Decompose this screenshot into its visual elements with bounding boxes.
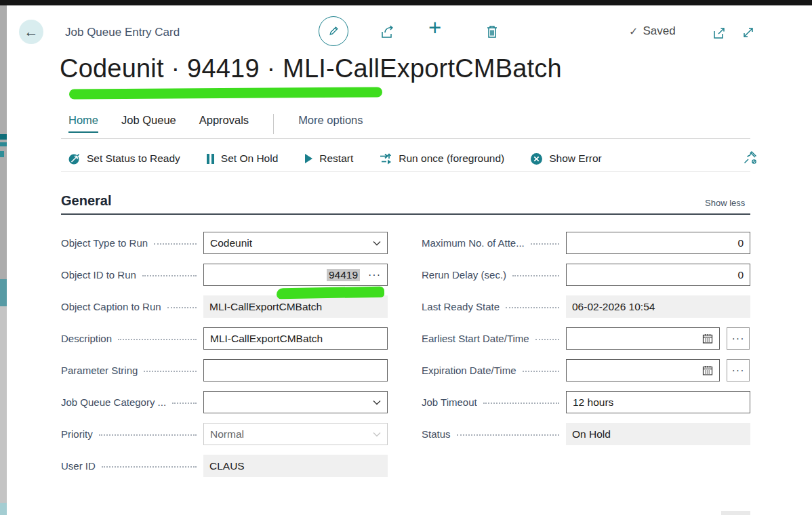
open-in-new-window-button[interactable]	[710, 24, 728, 42]
readonly-value: On Hold	[572, 428, 611, 440]
expand-button[interactable]	[739, 23, 758, 42]
field-label: Priority	[61, 428, 93, 440]
user-id-value: CLAUS	[203, 455, 388, 477]
object-type-select[interactable]: Codeunit	[203, 232, 388, 254]
field-object-type-to-run: Object Type to Run Codeunit	[61, 232, 388, 254]
share-button[interactable]	[378, 22, 397, 41]
dotted-leader	[142, 275, 197, 276]
tab-job-queue[interactable]: Job Queue	[121, 114, 176, 131]
field-description: Description MLI-CallExportCMBatch	[61, 327, 388, 350]
unpin-button[interactable]	[740, 148, 759, 167]
check-icon: ✓	[629, 25, 638, 38]
readonly-value: 06-02-2026 10:54	[572, 301, 655, 313]
field-label: Earliest Start Date/Time	[422, 333, 529, 344]
dotted-leader	[167, 307, 197, 308]
menu-tabs: Home Job Queue Approvals More options	[68, 114, 363, 134]
action-restart[interactable]: Restart	[304, 152, 353, 165]
share-icon	[380, 24, 396, 40]
page-title: Codeunit · 94419 · MLI-CallExportCMBatch	[60, 54, 562, 83]
action-set-status-to-ready[interactable]: Set Status to Ready	[68, 152, 180, 165]
background-window-fragment	[0, 503, 7, 515]
dotted-leader	[144, 371, 197, 372]
background-window-edge	[0, 5, 7, 515]
job-timeout-input[interactable]: 12 hours	[566, 391, 750, 413]
max-attempts-input[interactable]: 0	[566, 232, 750, 254]
field-label: Job Queue Category ...	[61, 396, 166, 408]
section-general-title[interactable]: General	[61, 193, 111, 209]
object-caption-value: MLI-CallExportCMBatch	[203, 295, 388, 318]
assist-edit-button[interactable]: ···	[727, 359, 750, 382]
input-value: MLI-CallExportCMBatch	[210, 333, 323, 345]
expand-icon	[741, 25, 756, 40]
dotted-leader	[483, 403, 559, 404]
tab-home[interactable]: Home	[68, 114, 98, 133]
job-queue-category-select[interactable]	[203, 391, 388, 413]
tabs-divider-line	[61, 138, 750, 139]
calendar-icon[interactable]	[702, 333, 713, 344]
field-object-caption-to-run: Object Caption to Run MLI-CallExportCMBa…	[61, 295, 388, 318]
chevron-down-icon[interactable]	[373, 241, 381, 246]
calendar-icon[interactable]	[702, 365, 713, 376]
annotation-marker-object-id	[277, 287, 384, 300]
parameter-string-input[interactable]	[203, 359, 388, 382]
input-value: 12 hours	[573, 396, 613, 409]
tab-more-options[interactable]: More options	[298, 114, 363, 131]
field-parameter-string: Parameter String	[61, 359, 388, 382]
field-status: Status On Hold	[422, 423, 750, 445]
dotted-leader	[172, 403, 197, 404]
delete-button[interactable]	[483, 22, 502, 41]
tab-approvals[interactable]: Approvals	[199, 114, 249, 131]
open-in-new-window-icon	[712, 26, 726, 40]
back-button[interactable]: ←	[19, 20, 43, 44]
action-show-error[interactable]: Show Error	[530, 152, 602, 165]
action-run-once-foreground[interactable]: Run once (foreground)	[379, 152, 504, 165]
partial-element-bottom	[721, 511, 750, 515]
object-id-input[interactable]: 94419 ···	[203, 264, 388, 286]
tab-divider	[273, 114, 274, 134]
status-value: On Hold	[566, 423, 750, 445]
action-label: Run once (foreground)	[399, 152, 504, 165]
readonly-value: CLAUS	[209, 460, 245, 472]
section-underline	[61, 213, 750, 215]
play-icon	[304, 153, 313, 164]
field-earliest-start-datetime: Earliest Start Date/Time ···	[422, 327, 750, 350]
edit-button[interactable]	[319, 16, 348, 46]
field-label: Rerun Delay (sec.)	[422, 269, 506, 281]
background-window-fragment	[0, 134, 7, 140]
ribbon-divider-line	[61, 171, 750, 172]
os-top-bar	[0, 0, 812, 5]
assist-edit-button[interactable]: ···	[368, 269, 381, 281]
field-label: Description	[61, 333, 112, 344]
select-value: Normal	[210, 428, 244, 440]
annotation-marker-title	[69, 87, 382, 99]
dotted-leader	[535, 339, 559, 340]
dotted-leader	[102, 466, 197, 468]
dotted-leader	[457, 434, 559, 436]
action-label: Set Status to Ready	[87, 152, 180, 165]
new-button[interactable]: +	[428, 16, 441, 39]
show-less-link[interactable]: Show less	[705, 198, 745, 208]
error-icon	[530, 152, 543, 165]
action-set-on-hold[interactable]: Set On Hold	[206, 152, 278, 165]
action-label: Set On Hold	[221, 152, 278, 165]
field-object-id-to-run: Object ID to Run 94419 ···	[61, 264, 388, 286]
chevron-down-icon[interactable]	[373, 400, 381, 405]
field-last-ready-state: Last Ready State 06-02-2026 10:54	[422, 295, 750, 318]
pencil-icon	[327, 24, 340, 38]
field-label: Object Caption to Run	[61, 301, 161, 312]
background-window-fragment	[0, 151, 4, 157]
rerun-delay-input[interactable]: 0	[566, 264, 750, 286]
field-label: Last Ready State	[422, 301, 500, 312]
field-label: Job Timeout	[422, 396, 477, 408]
description-input[interactable]: MLI-CallExportCMBatch	[203, 327, 388, 350]
chevron-down-icon	[373, 432, 381, 437]
field-label: Object Type to Run	[61, 237, 148, 249]
earliest-start-input[interactable]	[566, 327, 720, 350]
readonly-value: MLI-CallExportCMBatch	[209, 301, 322, 313]
field-label: Parameter String	[61, 365, 138, 376]
expiration-input[interactable]	[566, 359, 720, 382]
assist-edit-button[interactable]: ···	[727, 327, 750, 350]
action-label: Restart	[319, 152, 353, 165]
background-window-fragment	[0, 306, 7, 503]
field-max-attempts: Maximum No. of Atte... 0	[422, 232, 750, 254]
